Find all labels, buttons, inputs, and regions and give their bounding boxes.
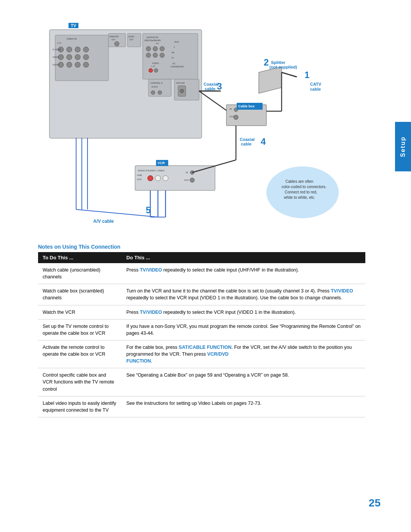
svg-point-31 (146, 53, 151, 58)
svg-point-50 (158, 91, 162, 94)
table-row: Watch cable (unscrambled) channels Press… (38, 263, 365, 284)
svg-text:CATV: CATV (310, 82, 322, 86)
svg-rect-23 (127, 34, 141, 47)
svg-text:1: 1 (304, 70, 309, 80)
svg-point-34 (160, 46, 164, 51)
svg-point-91 (190, 178, 194, 182)
svg-text:white to white, etc.: white to white, etc. (284, 195, 315, 200)
dothis-cell: If you have a non-Sony VCR, you must pro… (122, 319, 365, 340)
svg-text:1080i/720p/480p/480i: 1080i/720p/480p/480i (144, 40, 161, 42)
svg-text:OUT: OUT (184, 179, 189, 181)
table-row: Label video inputs to easily identify eq… (38, 396, 365, 417)
svg-marker-67 (259, 67, 282, 93)
svg-text:5: 5 (146, 205, 151, 215)
todo-cell: Control specific cable box and VCR funct… (38, 368, 122, 396)
svg-text:Coaxial: Coaxial (240, 137, 255, 142)
svg-rect-81 (135, 166, 215, 190)
svg-text:5       6: 5 6 (156, 42, 159, 45)
dothis-cell: Turn on the VCR and tune it to the chann… (122, 284, 365, 305)
svg-point-9 (67, 54, 72, 60)
todo-cell: Watch cable (unscrambled) channels (38, 263, 122, 284)
svg-text:4: 4 (261, 136, 266, 147)
svg-point-35 (160, 53, 164, 58)
svg-text:CONVERTER: CONVERTER (170, 66, 183, 68)
table-row: Set up the TV remote control to operate … (38, 319, 365, 340)
svg-text:(not supplied): (not supplied) (269, 65, 297, 69)
svg-text:Cable box: Cable box (238, 104, 255, 108)
svg-point-49 (151, 91, 155, 94)
svg-rect-64 (237, 103, 263, 110)
svg-point-44 (149, 69, 153, 72)
svg-point-30 (146, 46, 151, 51)
svg-point-6 (75, 47, 80, 52)
svg-text:VIDEO: VIDEO (53, 56, 59, 58)
svg-point-33 (153, 53, 158, 58)
sat-cable-link: SAT/CABLE FUNCTION (179, 345, 232, 350)
svg-rect-19 (108, 34, 126, 47)
svg-point-61 (234, 108, 238, 112)
svg-text:Pr: Pr (172, 57, 174, 59)
svg-text:OUT: OUT (112, 38, 116, 41)
svg-line-66 (199, 91, 226, 110)
svg-text:OUT: OUT (129, 38, 134, 41)
setup-tab: Setup (395, 122, 411, 171)
svg-point-14 (75, 62, 80, 67)
col2-header: Do This ... (122, 252, 365, 263)
svg-text:Cables are often: Cables are often (285, 179, 313, 184)
diagram-area: TV VIDEO IN 1 3 4 (38, 23, 365, 236)
svg-rect-46 (148, 79, 171, 96)
svg-line-103 (76, 209, 158, 217)
svg-text:OUT: OUT (137, 178, 142, 181)
svg-text:AUDIO: AUDIO (53, 64, 59, 66)
svg-rect-51 (174, 79, 199, 100)
svg-rect-53 (178, 86, 186, 96)
col1-header: To Do This ... (38, 252, 122, 263)
svg-text:IN    OUT: IN OUT (151, 86, 158, 88)
svg-point-15 (83, 62, 89, 67)
svg-point-87 (163, 176, 168, 181)
svg-point-4 (58, 47, 64, 52)
svg-text:LINE: LINE (137, 174, 142, 176)
svg-text:3: 3 (217, 81, 222, 91)
svg-text:AUDIO: AUDIO (152, 62, 159, 64)
svg-rect-0 (49, 30, 202, 138)
page-container: Setup 25 TV VIDEO IN 1 3 4 (0, 0, 411, 532)
notes-section: Notes on Using This Connection To Do Thi… (38, 244, 365, 417)
dothis-cell: Press TV/VIDEO repeatedly to select the … (122, 263, 365, 284)
svg-text:A/V cable: A/V cable (93, 219, 114, 224)
dothis-cell: For the cable box, press SAT/CABLE FUNCT… (122, 340, 365, 368)
svg-text:cable: cable (241, 142, 252, 146)
svg-text:AUDIO: AUDIO (128, 35, 134, 38)
svg-point-54 (180, 89, 184, 93)
svg-point-86 (155, 176, 161, 181)
svg-point-45 (154, 69, 158, 72)
svg-text:AUDIO R  AUDIO L  VIDEO: AUDIO R AUDIO L VIDEO (138, 169, 165, 172)
svg-rect-1 (55, 35, 108, 81)
svg-point-13 (67, 62, 72, 67)
svg-point-89 (190, 171, 194, 174)
table-row: Control specific cable box and VCR funct… (38, 368, 365, 396)
tv-video-link-3: TV/VIDEO (140, 310, 162, 315)
svg-text:Splitter: Splitter (271, 60, 286, 65)
svg-text:HD/DVD IN: HD/DVD IN (147, 36, 158, 38)
svg-text:CONTROL S: CONTROL S (150, 82, 162, 84)
svg-text:color-coded to connectors.: color-coded to connectors. (282, 185, 327, 189)
notes-title: Notes on Using This Connection (38, 244, 365, 250)
svg-point-8 (58, 54, 64, 60)
svg-text:VCR: VCR (158, 161, 165, 165)
svg-point-85 (148, 176, 153, 181)
svg-text:MONITOR: MONITOR (110, 35, 119, 38)
tv-video-link-2: TV/VIDEO (331, 288, 353, 294)
svg-text:L         R: L R (151, 65, 155, 67)
svg-rect-59 (226, 105, 266, 126)
table-row: Activate the remote control to operate t… (38, 340, 365, 368)
svg-text:Coaxial: Coaxial (204, 82, 218, 86)
svg-text:cable: cable (205, 86, 215, 91)
dothis-cell: Press TV/VIDEO repeatedly to select the … (122, 305, 365, 319)
svg-rect-93 (156, 160, 168, 166)
dothis-cell: See “Operating a Cable Box” on page 59 a… (122, 368, 365, 396)
svg-text:Pb: Pb (172, 51, 175, 54)
table-row: Watch the VCR Press TV/VIDEO repeatedly … (38, 305, 365, 319)
vcr-dvd-link: VCR/DVDFUNCTION (126, 351, 229, 364)
svg-text:Y: Y (174, 46, 175, 48)
